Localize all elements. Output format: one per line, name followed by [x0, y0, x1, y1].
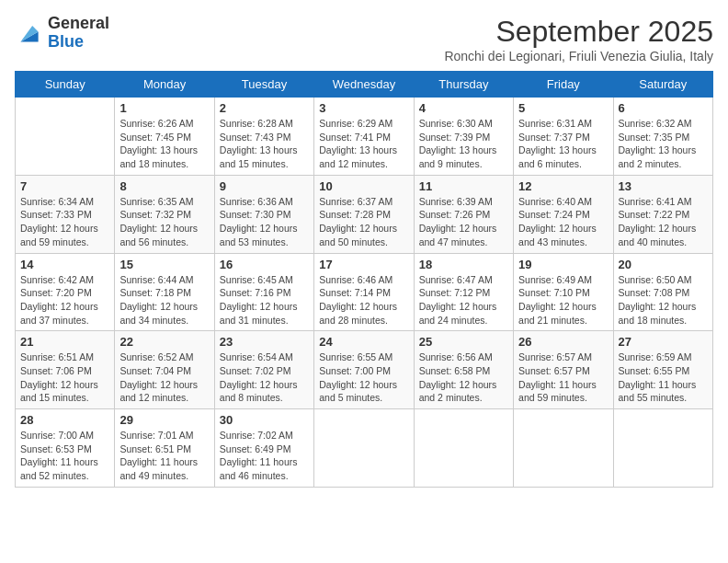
- day-info: Sunrise: 6:51 AMSunset: 7:06 PMDaylight:…: [20, 350, 109, 405]
- title-block: September 2025 Ronchi dei Legionari, Fri…: [444, 15, 713, 63]
- calendar-week-row: 21Sunrise: 6:51 AMSunset: 7:06 PMDayligh…: [16, 331, 713, 409]
- column-header-thursday: Thursday: [414, 72, 513, 98]
- page-header: General Blue September 2025 Ronchi dei L…: [15, 15, 713, 63]
- calendar-cell: 23Sunrise: 6:54 AMSunset: 7:02 PMDayligh…: [214, 331, 313, 409]
- day-number: 28: [20, 413, 109, 427]
- day-number: 21: [20, 335, 109, 349]
- day-info: Sunrise: 6:36 AMSunset: 7:30 PMDaylight:…: [220, 195, 309, 249]
- day-number: 9: [220, 179, 309, 193]
- day-number: 1: [119, 101, 209, 115]
- day-info: Sunrise: 6:30 AMSunset: 7:39 PMDaylight:…: [419, 117, 508, 171]
- column-header-friday: Friday: [514, 72, 613, 98]
- calendar-week-row: 7Sunrise: 6:34 AMSunset: 7:33 PMDaylight…: [16, 175, 713, 253]
- day-info: Sunrise: 6:45 AMSunset: 7:16 PMDaylight:…: [220, 273, 309, 327]
- calendar-body: 1Sunrise: 6:26 AMSunset: 7:45 PMDaylight…: [16, 98, 713, 488]
- column-header-monday: Monday: [115, 72, 214, 98]
- calendar-cell: 28Sunrise: 7:00 AMSunset: 6:53 PMDayligh…: [16, 409, 115, 488]
- day-info: Sunrise: 6:52 AMSunset: 7:04 PMDaylight:…: [119, 350, 209, 405]
- day-info: Sunrise: 6:49 AMSunset: 7:10 PMDaylight:…: [518, 273, 608, 327]
- day-number: 27: [619, 335, 708, 349]
- day-info: Sunrise: 6:50 AMSunset: 7:08 PMDaylight:…: [619, 273, 708, 327]
- day-info: Sunrise: 6:29 AMSunset: 7:41 PMDaylight:…: [319, 117, 408, 171]
- calendar-cell: 8Sunrise: 6:35 AMSunset: 7:32 PMDaylight…: [115, 175, 214, 253]
- logo: General Blue: [15, 15, 109, 52]
- calendar-cell: [414, 409, 513, 488]
- day-info: Sunrise: 7:00 AMSunset: 6:53 PMDaylight:…: [20, 429, 109, 483]
- day-number: 22: [119, 335, 209, 349]
- calendar-cell: 10Sunrise: 6:37 AMSunset: 7:28 PMDayligh…: [314, 175, 414, 253]
- calendar-week-row: 14Sunrise: 6:42 AMSunset: 7:20 PMDayligh…: [16, 253, 713, 331]
- day-number: 15: [119, 258, 209, 271]
- day-number: 8: [119, 179, 209, 193]
- calendar-cell: 2Sunrise: 6:28 AMSunset: 7:43 PMDaylight…: [214, 98, 313, 176]
- calendar-cell: 29Sunrise: 7:01 AMSunset: 6:51 PMDayligh…: [115, 409, 214, 488]
- day-info: Sunrise: 7:01 AMSunset: 6:51 PMDaylight:…: [119, 429, 209, 483]
- calendar-cell: 22Sunrise: 6:52 AMSunset: 7:04 PMDayligh…: [115, 331, 214, 409]
- day-number: 16: [220, 258, 309, 271]
- day-info: Sunrise: 6:34 AMSunset: 7:33 PMDaylight:…: [20, 195, 109, 249]
- day-info: Sunrise: 6:40 AMSunset: 7:24 PMDaylight:…: [518, 195, 608, 249]
- day-info: Sunrise: 6:42 AMSunset: 7:20 PMDaylight:…: [20, 273, 109, 327]
- calendar-cell: 17Sunrise: 6:46 AMSunset: 7:14 PMDayligh…: [314, 253, 414, 331]
- calendar-cell: 9Sunrise: 6:36 AMSunset: 7:30 PMDaylight…: [214, 175, 313, 253]
- day-info: Sunrise: 6:31 AMSunset: 7:37 PMDaylight:…: [518, 117, 608, 171]
- column-header-sunday: Sunday: [16, 72, 115, 98]
- day-info: Sunrise: 6:44 AMSunset: 7:18 PMDaylight:…: [119, 273, 209, 327]
- day-number: 12: [518, 179, 608, 193]
- calendar-cell: 15Sunrise: 6:44 AMSunset: 7:18 PMDayligh…: [115, 253, 214, 331]
- calendar-cell: 27Sunrise: 6:59 AMSunset: 6:55 PMDayligh…: [613, 331, 712, 409]
- column-header-wednesday: Wednesday: [314, 72, 414, 98]
- day-info: Sunrise: 6:56 AMSunset: 6:58 PMDaylight:…: [419, 350, 508, 405]
- day-info: Sunrise: 6:28 AMSunset: 7:43 PMDaylight:…: [220, 117, 309, 171]
- day-number: 3: [319, 101, 408, 115]
- calendar-cell: 7Sunrise: 6:34 AMSunset: 7:33 PMDaylight…: [16, 175, 115, 253]
- day-info: Sunrise: 6:35 AMSunset: 7:32 PMDaylight:…: [119, 195, 209, 249]
- day-info: Sunrise: 6:41 AMSunset: 7:22 PMDaylight:…: [619, 195, 708, 249]
- day-info: Sunrise: 6:54 AMSunset: 7:02 PMDaylight:…: [220, 350, 309, 405]
- calendar-cell: 14Sunrise: 6:42 AMSunset: 7:20 PMDayligh…: [16, 253, 115, 331]
- day-info: Sunrise: 6:57 AMSunset: 6:57 PMDaylight:…: [518, 350, 608, 405]
- calendar-cell: 18Sunrise: 6:47 AMSunset: 7:12 PMDayligh…: [414, 253, 513, 331]
- day-number: 5: [518, 101, 608, 115]
- calendar-cell: 24Sunrise: 6:55 AMSunset: 7:00 PMDayligh…: [314, 331, 414, 409]
- day-info: Sunrise: 6:26 AMSunset: 7:45 PMDaylight:…: [119, 117, 209, 171]
- logo-text: General Blue: [48, 15, 109, 52]
- calendar-cell: 26Sunrise: 6:57 AMSunset: 6:57 PMDayligh…: [514, 331, 613, 409]
- day-number: 24: [319, 335, 408, 349]
- calendar-cell: 30Sunrise: 7:02 AMSunset: 6:49 PMDayligh…: [214, 409, 313, 488]
- calendar-cell: [16, 98, 115, 176]
- calendar-week-row: 1Sunrise: 6:26 AMSunset: 7:45 PMDaylight…: [16, 98, 713, 176]
- calendar-cell: 20Sunrise: 6:50 AMSunset: 7:08 PMDayligh…: [613, 253, 712, 331]
- calendar-cell: 11Sunrise: 6:39 AMSunset: 7:26 PMDayligh…: [414, 175, 513, 253]
- calendar-cell: 5Sunrise: 6:31 AMSunset: 7:37 PMDaylight…: [514, 98, 613, 176]
- calendar-week-row: 28Sunrise: 7:00 AMSunset: 6:53 PMDayligh…: [16, 409, 713, 488]
- logo-icon: [15, 18, 44, 48]
- day-number: 13: [619, 179, 708, 193]
- calendar-cell: [314, 409, 414, 488]
- column-header-tuesday: Tuesday: [214, 72, 313, 98]
- calendar-cell: 3Sunrise: 6:29 AMSunset: 7:41 PMDaylight…: [314, 98, 414, 176]
- day-number: 19: [518, 258, 608, 271]
- day-info: Sunrise: 6:37 AMSunset: 7:28 PMDaylight:…: [319, 195, 408, 249]
- day-info: Sunrise: 6:55 AMSunset: 7:00 PMDaylight:…: [319, 350, 408, 405]
- calendar-cell: [613, 409, 712, 488]
- day-number: 7: [20, 179, 109, 193]
- calendar-cell: 1Sunrise: 6:26 AMSunset: 7:45 PMDaylight…: [115, 98, 214, 176]
- day-info: Sunrise: 6:46 AMSunset: 7:14 PMDaylight:…: [319, 273, 408, 327]
- day-number: 2: [220, 101, 309, 115]
- day-number: 26: [518, 335, 608, 349]
- month-title: September 2025: [444, 15, 713, 49]
- calendar-cell: 4Sunrise: 6:30 AMSunset: 7:39 PMDaylight…: [414, 98, 513, 176]
- day-number: 23: [220, 335, 309, 349]
- calendar-cell: 16Sunrise: 6:45 AMSunset: 7:16 PMDayligh…: [214, 253, 313, 331]
- calendar-cell: 19Sunrise: 6:49 AMSunset: 7:10 PMDayligh…: [514, 253, 613, 331]
- calendar-cell: 25Sunrise: 6:56 AMSunset: 6:58 PMDayligh…: [414, 331, 513, 409]
- calendar-cell: 13Sunrise: 6:41 AMSunset: 7:22 PMDayligh…: [613, 175, 712, 253]
- calendar-cell: 6Sunrise: 6:32 AMSunset: 7:35 PMDaylight…: [613, 98, 712, 176]
- day-number: 25: [419, 335, 508, 349]
- day-number: 17: [319, 258, 408, 271]
- calendar-cell: 21Sunrise: 6:51 AMSunset: 7:06 PMDayligh…: [16, 331, 115, 409]
- day-number: 29: [119, 413, 209, 427]
- day-number: 20: [619, 258, 708, 271]
- day-number: 18: [419, 258, 508, 271]
